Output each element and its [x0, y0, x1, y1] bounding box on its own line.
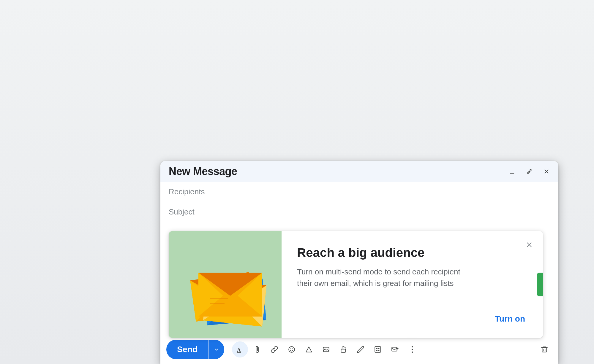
drive-button[interactable]	[301, 341, 317, 357]
confidential-button[interactable]	[335, 341, 351, 357]
promo-close-button[interactable]	[523, 238, 536, 251]
expand-button[interactable]	[523, 166, 535, 177]
turn-on-button[interactable]: Turn on	[491, 312, 529, 326]
svg-rect-32	[323, 347, 329, 352]
minimize-icon	[509, 168, 515, 175]
svg-point-44	[412, 352, 413, 353]
compose-header: New Message	[160, 161, 558, 182]
signature-button[interactable]	[353, 341, 369, 357]
svg-rect-40	[378, 350, 379, 351]
send-dropdown-icon	[214, 346, 219, 352]
promo-title: Reach a big audience	[297, 245, 529, 260]
multi-send-icon	[391, 346, 399, 353]
subject-input[interactable]	[216, 207, 550, 217]
svg-rect-39	[376, 350, 377, 351]
delete-button[interactable]	[536, 341, 552, 357]
recipients-label: Recipients	[169, 187, 216, 196]
promo-card: Reach a big audience Turn on multi-send …	[169, 231, 543, 338]
compose-header-actions	[506, 166, 552, 177]
multi-send-toggle[interactable]	[537, 273, 543, 296]
promo-content: Reach a big audience Turn on multi-send …	[282, 231, 543, 338]
compose-window: New Message	[160, 161, 558, 364]
svg-point-31	[292, 349, 293, 349]
recipients-field: Recipients	[160, 182, 558, 202]
send-button[interactable]: Send	[166, 340, 208, 359]
svg-rect-38	[378, 348, 379, 349]
photo-button[interactable]	[318, 341, 334, 357]
photo-icon	[322, 346, 330, 353]
svg-rect-36	[375, 346, 381, 352]
svg-rect-34	[341, 349, 346, 352]
promo-text-block: Reach a big audience Turn on multi-send …	[297, 245, 529, 289]
envelope-illustration	[178, 240, 273, 329]
svg-rect-0	[510, 173, 514, 174]
svg-point-30	[290, 349, 291, 349]
promo-image	[169, 231, 282, 338]
svg-point-43	[412, 349, 413, 350]
multi-send-button[interactable]	[387, 341, 403, 357]
link-button[interactable]	[266, 341, 282, 357]
promo-description: Turn on multi-send mode to send each rec…	[297, 266, 469, 289]
more-options-button[interactable]	[404, 341, 420, 357]
lock-timer-icon	[339, 346, 347, 353]
emoji-icon	[288, 346, 296, 353]
compose-toolbar: Send A	[160, 335, 558, 364]
promo-action: Turn on	[297, 312, 529, 326]
formatting-button[interactable]: A	[232, 341, 248, 357]
pen-icon	[357, 346, 364, 353]
recipients-input[interactable]	[216, 187, 550, 196]
formatting-icon: A	[236, 346, 244, 353]
templates-button[interactable]	[370, 341, 386, 357]
compose-title: New Message	[169, 165, 237, 178]
attach-button[interactable]	[249, 341, 265, 357]
templates-icon	[374, 346, 382, 353]
promo-close-icon	[525, 241, 533, 249]
svg-rect-28	[237, 352, 241, 353]
more-icon	[411, 346, 413, 353]
emoji-button[interactable]	[284, 341, 300, 357]
send-button-group: Send	[166, 340, 224, 359]
svg-rect-41	[392, 347, 397, 351]
compose-body: Reach a big audience Turn on multi-send …	[160, 222, 558, 335]
subject-field: Subject	[160, 202, 558, 222]
svg-rect-37	[376, 348, 377, 349]
expand-icon	[526, 168, 533, 175]
subject-label: Subject	[169, 207, 216, 217]
svg-rect-45	[542, 348, 546, 352]
attach-icon	[253, 346, 261, 353]
close-button[interactable]	[541, 166, 552, 177]
delete-icon	[541, 346, 548, 353]
drive-icon	[305, 346, 313, 353]
send-dropdown-button[interactable]	[208, 340, 224, 359]
svg-point-42	[412, 346, 413, 347]
link-icon	[271, 346, 278, 353]
svg-point-29	[289, 346, 295, 352]
minimize-button[interactable]	[506, 166, 518, 177]
svg-text:A: A	[237, 347, 241, 353]
close-icon	[543, 168, 550, 175]
